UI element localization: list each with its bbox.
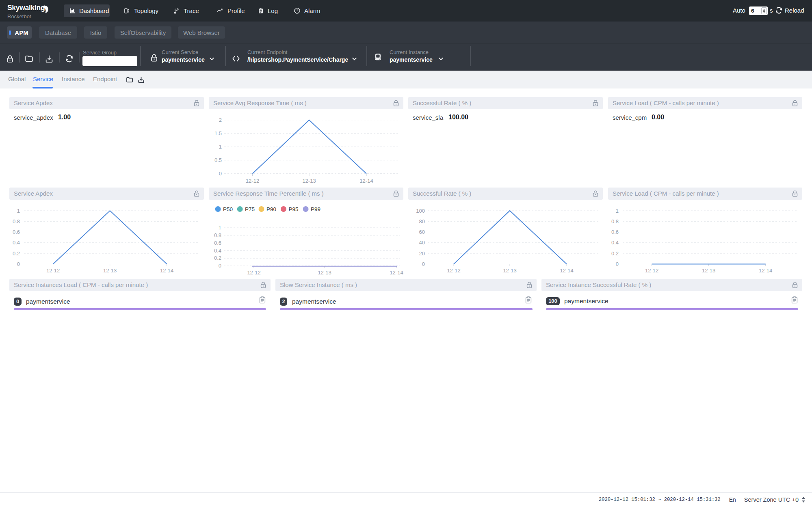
svg-text:12-12: 12-12 [247,270,260,276]
svg-text:0.8: 0.8 [214,232,221,238]
svg-text:0.2: 0.2 [214,255,221,261]
svg-text:12-12: 12-12 [246,178,259,184]
svg-text:80: 80 [419,218,425,224]
svg-text:12-14: 12-14 [359,178,373,184]
svg-text:P99: P99 [311,206,320,212]
svg-text:P90: P90 [266,206,276,212]
svg-text:20: 20 [419,250,425,257]
svg-text:0.4: 0.4 [611,239,619,246]
svg-text:0: 0 [219,170,222,177]
svg-text:0.5: 0.5 [214,157,222,163]
svg-text:12-14: 12-14 [759,268,772,274]
svg-text:1.5: 1.5 [214,130,222,136]
svg-text:0: 0 [616,261,619,267]
svg-text:0.2: 0.2 [13,250,20,257]
svg-text:12-13: 12-13 [302,178,316,184]
svg-text:12-13: 12-13 [702,268,715,274]
svg-text:12-12: 12-12 [46,268,60,274]
svg-text:0.6: 0.6 [214,240,221,246]
svg-text:12-12: 12-12 [447,268,460,274]
svg-text:0.6: 0.6 [13,229,20,235]
svg-text:0.8: 0.8 [13,218,20,224]
svg-text:P50: P50 [223,206,233,212]
svg-text:P75: P75 [245,206,255,212]
svg-text:0.4: 0.4 [13,239,20,246]
svg-text:1: 1 [616,208,619,214]
svg-text:P95: P95 [289,206,299,212]
svg-text:100: 100 [416,208,425,214]
svg-text:0.6: 0.6 [611,229,619,235]
svg-text:12-13: 12-13 [103,268,117,274]
svg-text:12-14: 12-14 [390,270,403,276]
svg-text:0.2: 0.2 [611,250,619,257]
svg-text:12-14: 12-14 [160,268,173,274]
svg-text:12-14: 12-14 [560,268,573,274]
svg-text:60: 60 [419,229,425,235]
svg-text:12-13: 12-13 [318,270,331,276]
svg-text:1: 1 [17,208,20,214]
svg-text:0: 0 [219,263,221,269]
svg-text:0: 0 [17,261,20,267]
svg-text:12-12: 12-12 [645,268,658,274]
svg-text:0.4: 0.4 [214,248,221,254]
svg-text:1: 1 [219,224,221,231]
svg-text:0.8: 0.8 [611,218,619,224]
svg-text:12-13: 12-13 [503,268,516,274]
svg-text:2: 2 [219,117,222,123]
svg-text:0: 0 [422,261,425,267]
svg-text:40: 40 [419,239,425,246]
svg-text:1: 1 [219,144,222,150]
